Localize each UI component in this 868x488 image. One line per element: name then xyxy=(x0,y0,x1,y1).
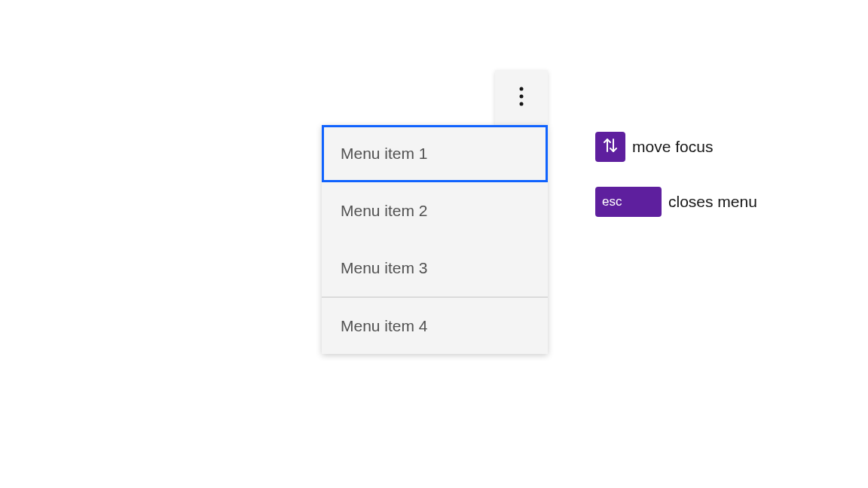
overflow-menu: Menu item 1 Menu item 2 Menu item 3 Menu… xyxy=(322,125,548,354)
menu-item-label: Menu item 4 xyxy=(341,317,428,335)
up-down-arrows-icon xyxy=(602,137,619,157)
up-down-arrows-key-badge xyxy=(595,132,625,162)
hint-esc: esc closes menu xyxy=(595,187,757,217)
svg-point-1 xyxy=(520,94,524,98)
keyboard-hints: move focus esc closes menu xyxy=(595,132,757,217)
svg-point-2 xyxy=(520,102,524,105)
hint-esc-label: closes menu xyxy=(668,193,757,211)
menu-item-2[interactable]: Menu item 2 xyxy=(322,182,548,239)
menu-item-1[interactable]: Menu item 1 xyxy=(322,125,548,182)
svg-point-0 xyxy=(520,87,524,90)
menu-item-label: Menu item 2 xyxy=(341,202,428,220)
menu-item-label: Menu item 1 xyxy=(341,145,428,163)
overflow-menu-trigger[interactable] xyxy=(495,70,548,125)
hint-arrows-label: move focus xyxy=(632,138,713,156)
kebab-menu-icon xyxy=(514,85,529,111)
menu-item-3[interactable]: Menu item 3 xyxy=(322,239,548,297)
overflow-menu-container: Menu item 1 Menu item 2 Menu item 3 Menu… xyxy=(322,70,548,354)
esc-key-badge: esc xyxy=(595,187,662,217)
menu-item-4[interactable]: Menu item 4 xyxy=(322,297,548,354)
esc-key-text: esc xyxy=(602,194,622,209)
hint-arrows: move focus xyxy=(595,132,757,162)
menu-item-label: Menu item 3 xyxy=(341,259,428,277)
